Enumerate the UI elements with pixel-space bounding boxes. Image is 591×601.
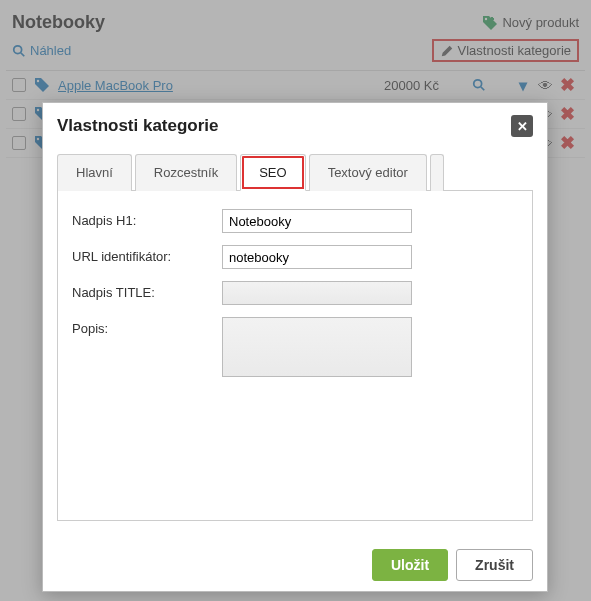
desc-label: Popis: [72,317,222,336]
tab-main[interactable]: Hlavní [57,154,132,191]
url-input[interactable] [222,245,412,269]
tab-seo[interactable]: SEO [240,154,305,191]
close-icon[interactable]: ✕ [511,115,533,137]
seo-form: Nadpis H1: URL identifikátor: Nadpis TIT… [57,191,533,521]
desc-textarea[interactable] [222,317,412,377]
save-button[interactable]: Uložit [372,549,448,581]
title-label: Nadpis TITLE: [72,281,222,300]
url-label: URL identifikátor: [72,245,222,264]
modal-title: Vlastnosti kategorie [57,116,219,136]
cancel-button[interactable]: Zrušit [456,549,533,581]
h1-input[interactable] [222,209,412,233]
h1-label: Nadpis H1: [72,209,222,228]
modal-tabs: Hlavní Rozcestník SEO Textový editor [57,153,533,191]
tab-editor[interactable]: Textový editor [309,154,427,191]
title-input[interactable] [222,281,412,305]
tab-overflow[interactable] [430,154,444,191]
category-properties-modal: Vlastnosti kategorie ✕ Hlavní Rozcestník… [42,102,548,592]
tab-signpost[interactable]: Rozcestník [135,154,237,191]
